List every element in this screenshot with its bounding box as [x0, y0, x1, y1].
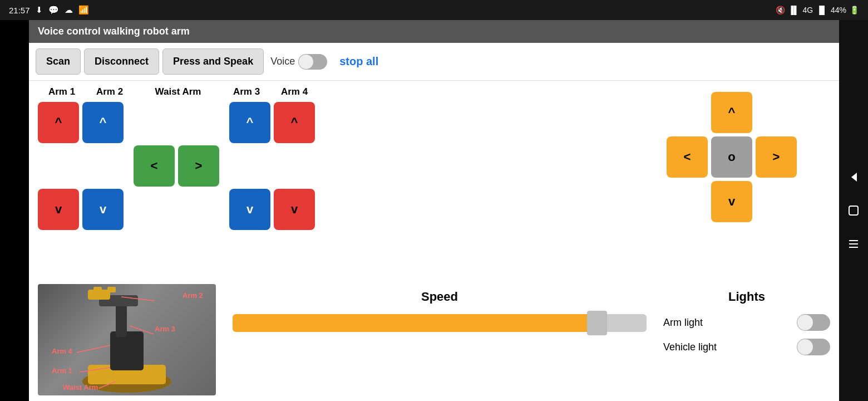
svg-rect-11 — [93, 287, 102, 292]
arm3-up-button[interactable]: ^ — [229, 102, 270, 143]
dir-right-button[interactable]: > — [756, 136, 797, 178]
bottom-section: Arm 2 Arm 3 Arm 4 Arm 1 Waist Arm — [29, 284, 839, 401]
arm-controls: Arm 1 Arm 2 Waist Arm Arm 3 Arm 4 ^ ^ ^ — [38, 86, 318, 278]
disconnect-button[interactable]: Disconnect — [84, 48, 159, 75]
chat-icon: 💬 — [48, 5, 59, 15]
press-and-speak-button[interactable]: Press and Speak — [162, 48, 264, 75]
speed-slider[interactable] — [233, 314, 647, 332]
svg-rect-1 — [849, 206, 858, 215]
dir-left-button[interactable]: < — [667, 136, 708, 178]
arm2-down-button[interactable]: v — [82, 189, 124, 230]
signal-icon: ▐▌ — [788, 6, 800, 14]
arm2-label: Arm 2 — [86, 86, 134, 97]
status-right: 🔇 ▐▌ 4G ▐▌ 44% 🔋 — [776, 6, 859, 14]
arm1-label: Arm 1 — [38, 86, 86, 97]
arm1-up-button[interactable]: ^ — [38, 102, 79, 143]
arm3-label: Arm 3 — [223, 86, 270, 97]
svg-rect-12 — [107, 287, 116, 292]
arm2-up-button[interactable]: ^ — [82, 102, 124, 143]
back-button[interactable] — [845, 169, 862, 185]
arm-labels: Arm 1 Arm 2 Waist Arm Arm 3 Arm 4 — [38, 86, 318, 97]
stop-all-button[interactable]: stop all — [339, 55, 378, 68]
battery-icon: 🔋 — [850, 6, 859, 14]
download-icon: ⬇ — [36, 5, 43, 15]
arm-light-label: Arm light — [663, 317, 703, 329]
waist-row: < > — [38, 145, 318, 187]
lights-section: Lights Arm light Vehicle light — [663, 284, 830, 363]
robot-image: Arm 2 Arm 3 Arm 4 Arm 1 Waist Arm — [38, 284, 216, 395]
signal2-icon: ▐▌ — [816, 6, 827, 14]
svg-rect-8 — [116, 304, 127, 337]
svg-text:Arm 1: Arm 1 — [52, 366, 72, 375]
voice-toggle-knob — [299, 55, 313, 69]
time: 21:57 — [9, 6, 30, 15]
mute-icon: 🔇 — [776, 6, 785, 14]
down-buttons-row: v v v v — [38, 189, 318, 230]
arm4-label: Arm 4 — [270, 86, 318, 97]
speed-label: Speed — [421, 290, 458, 304]
vehicle-light-row: Vehicle light — [663, 339, 830, 355]
waist-label: Waist Arm — [134, 86, 223, 97]
home-button[interactable] — [845, 202, 862, 219]
svg-text:Arm 3: Arm 3 — [155, 325, 175, 333]
arm4-up-button[interactable]: ^ — [274, 102, 315, 143]
cloud-icon: ☁ — [65, 5, 73, 15]
waist-left-button[interactable]: < — [134, 145, 175, 187]
svg-marker-0 — [851, 173, 857, 182]
svg-text:Arm 2: Arm 2 — [183, 291, 203, 300]
status-left: 21:57 ⬇ 💬 ☁ 📶 — [9, 5, 89, 15]
svg-text:Arm 4: Arm 4 — [52, 347, 73, 355]
app-container: Voice control walking robot arm Scan Dis… — [29, 20, 839, 401]
arm-controls-section: Arm 1 Arm 2 Waist Arm Arm 3 Arm 4 ^ ^ ^ — [29, 81, 839, 284]
vehicle-light-knob — [797, 339, 813, 355]
app-title: Voice control walking robot arm — [38, 26, 190, 37]
svg-line-18 — [77, 345, 110, 353]
lights-title: Lights — [663, 290, 830, 304]
wifi-icon: 📶 — [78, 5, 89, 15]
waist-right-button[interactable]: > — [178, 145, 219, 187]
status-bar: 21:57 ⬇ 💬 ☁ 📶 🔇 ▐▌ 4G ▐▌ 44% 🔋 — [0, 0, 868, 20]
vehicle-light-label: Vehicle light — [663, 341, 717, 353]
robot-svg: Arm 2 Arm 3 Arm 4 Arm 1 Waist Arm — [43, 287, 210, 393]
svg-text:Waist Arm: Waist Arm — [63, 383, 98, 392]
voice-toggle[interactable] — [298, 54, 327, 70]
up-buttons-row: ^ ^ ^ ^ — [38, 102, 318, 143]
network-icon: 4G — [802, 6, 813, 14]
arm-light-row: Arm light — [663, 314, 830, 331]
svg-rect-7 — [110, 331, 144, 370]
speed-section: Speed — [233, 284, 647, 334]
title-bar: Voice control walking robot arm — [29, 20, 839, 43]
toolbar: Scan Disconnect Press and Speak Voice st… — [29, 43, 839, 81]
arm-light-knob — [797, 315, 813, 330]
scan-button[interactable]: Scan — [36, 48, 81, 75]
dir-mid-row: < o > — [667, 136, 797, 178]
speed-slider-container — [233, 314, 647, 334]
dir-up-button[interactable]: ^ — [711, 92, 752, 133]
battery-text: 44% — [831, 6, 846, 14]
dir-down-button[interactable]: v — [711, 181, 752, 222]
arm3-down-button[interactable]: v — [229, 189, 270, 230]
dir-center-button[interactable]: o — [711, 136, 752, 178]
arm-light-toggle[interactable] — [797, 314, 830, 331]
voice-label: Voice — [270, 56, 295, 67]
recents-button[interactable] — [845, 236, 862, 252]
robot-image-inner: Arm 2 Arm 3 Arm 4 Arm 1 Waist Arm — [38, 284, 216, 395]
directional-pad: ^ < o > v — [667, 86, 797, 278]
arm1-down-button[interactable]: v — [38, 189, 79, 230]
arm4-down-button[interactable]: v — [274, 189, 315, 230]
vehicle-light-toggle[interactable] — [797, 339, 830, 355]
android-nav — [839, 20, 868, 401]
